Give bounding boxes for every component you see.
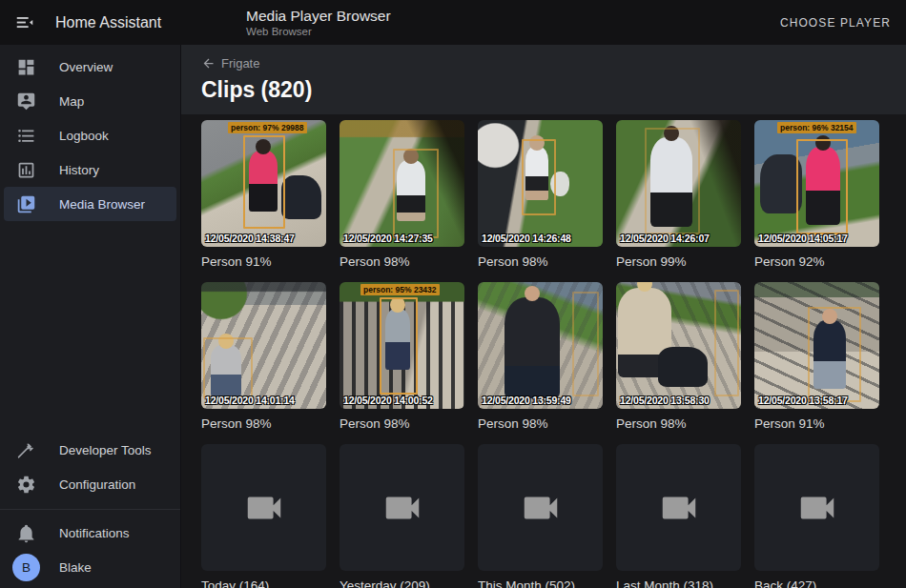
sidebar-item-label: Media Browser [59, 197, 145, 212]
content-header: Frigate Clips (820) [181, 45, 906, 114]
home-assistant-app: Home Assistant Media Player Browser Web … [0, 0, 906, 588]
sidebar-item-label: History [59, 163, 99, 177]
sidebar-bottom-pad [0, 584, 180, 588]
detection-box [380, 297, 418, 395]
arrow-left-icon [201, 56, 216, 71]
clip-thumbnail: 12/05/2020 14:26:07 [616, 120, 741, 247]
person-figure [618, 288, 671, 377]
clip-caption: Person 91% [201, 254, 326, 270]
detection-box [714, 290, 739, 396]
clip-timestamp: 12/05/2020 14:01:14 [205, 395, 295, 406]
clip-caption: Person 98% [478, 416, 603, 432]
sidebar-divider [0, 509, 180, 510]
sidebar-item-history[interactable]: History [4, 152, 176, 187]
clip-thumbnail: 12/05/2020 14:26:48 [478, 120, 603, 247]
detection-box [808, 307, 861, 402]
sidebar-item-label: Logbook [59, 129, 109, 143]
clip-card[interactable]: 12/05/2020 14:26:07 Person 99% [616, 120, 741, 270]
grid-wrap: person: 97% 29988 12/05/2020 14:38:47 Pe… [181, 114, 906, 588]
clip-caption: Person 98% [201, 416, 326, 432]
user-avatar: B [12, 554, 40, 581]
clip-timestamp: 12/05/2020 14:26:48 [482, 233, 571, 244]
clip-timestamp: 12/05/2020 14:05:17 [758, 233, 848, 244]
sidebar-item-label: Notifications [59, 526, 130, 540]
sidebar-item-developer-tools[interactable]: Developer Tools [4, 433, 176, 467]
clip-timestamp: 12/05/2020 14:26:07 [620, 233, 710, 244]
sidebar-spacer [0, 221, 180, 433]
sidebar-item-profile[interactable]: B Blake [4, 550, 176, 584]
clip-timestamp: 12/05/2020 13:59:49 [482, 395, 571, 406]
media-browser-content: Frigate Clips (820) person: 97% 29988 12… [181, 45, 906, 588]
detection-box [243, 135, 285, 229]
person-figure [504, 297, 560, 398]
folder-thumbnail [340, 444, 464, 571]
app-header-left: Home Assistant [0, 10, 181, 35]
map-account-icon [16, 91, 36, 112]
folder-thumbnail [754, 444, 879, 571]
sidebar-item-label: Overview [59, 60, 113, 74]
detection-box [572, 292, 599, 396]
clip-card[interactable]: 12/05/2020 13:59:49 Person 98% [478, 282, 603, 432]
app-body: Overview Map Logbook History [0, 45, 906, 588]
back-link-frigate[interactable]: Frigate [201, 56, 259, 71]
chart-box-icon [16, 160, 36, 180]
sidebar-item-media-browser[interactable]: Media Browser [4, 187, 176, 221]
hammer-icon [16, 440, 36, 460]
detection-box [522, 139, 556, 215]
clip-caption: Person 92% [754, 254, 879, 270]
video-camera-icon [657, 486, 701, 530]
folder-thumbnail [616, 444, 741, 571]
sidebar-item-notifications[interactable]: Notifications [4, 516, 176, 550]
clips-title: Clips (820) [201, 77, 906, 103]
clip-timestamp: 12/05/2020 13:58:30 [620, 395, 710, 406]
view-dashboard-icon [16, 57, 36, 77]
clip-thumbnail: 12/05/2020 14:27:35 [340, 120, 464, 247]
sidebar-item-configuration[interactable]: Configuration [4, 467, 176, 501]
detection-label: person: 95% 23432 [360, 284, 440, 295]
sidebar-item-label: Developer Tools [59, 443, 152, 457]
clip-card[interactable]: 12/05/2020 13:58:30 Person 98% [616, 282, 741, 432]
clip-thumbnail: 12/05/2020 13:58:17 [754, 282, 879, 409]
folder-card[interactable]: Last Month (318) [616, 444, 741, 588]
sidebar-item-logbook[interactable]: Logbook [4, 118, 176, 152]
clip-card[interactable]: person: 96% 32154 12/05/2020 14:05:17 Pe… [754, 120, 879, 270]
clip-timestamp: 12/05/2020 14:38:47 [205, 233, 295, 244]
detection-label: person: 96% 32154 [777, 122, 856, 133]
folder-card[interactable]: Yesterday (209) [340, 444, 464, 588]
sidebar-item-overview[interactable]: Overview [4, 50, 176, 84]
clip-card[interactable]: 12/05/2020 14:27:35 Person 98% [340, 120, 464, 270]
user-name: Blake [59, 560, 92, 575]
clip-thumbnail: person: 95% 23432 12/05/2020 14:00:52 [340, 282, 464, 409]
sidebar-item-label: Configuration [59, 477, 135, 492]
clip-timestamp: 12/05/2020 14:00:52 [343, 395, 433, 406]
choose-player-button[interactable]: CHOOSE PLAYER [780, 16, 891, 30]
clip-timestamp: 12/05/2020 14:27:35 [343, 233, 433, 244]
detection-box [645, 128, 700, 234]
back-link-label: Frigate [221, 56, 259, 71]
clip-card[interactable]: person: 97% 29988 12/05/2020 14:38:47 Pe… [201, 120, 326, 270]
sidebar: Overview Map Logbook History [0, 45, 181, 588]
clip-caption: Person 98% [478, 254, 603, 270]
clip-card[interactable]: 12/05/2020 14:26:48 Person 98% [478, 120, 603, 270]
page-subtitle: Web Browser [246, 25, 391, 38]
sidebar-item-label: Map [59, 94, 84, 109]
folder-thumbnail [478, 444, 603, 571]
clip-card[interactable]: 12/05/2020 14:01:14 Person 98% [201, 282, 326, 432]
clips-grid: person: 97% 29988 12/05/2020 14:38:47 Pe… [201, 120, 906, 588]
clip-card[interactable]: person: 95% 23432 12/05/2020 14:00:52 Pe… [340, 282, 464, 432]
page-title: Media Player Browser [246, 7, 391, 25]
folder-label: This Month (502) [478, 578, 603, 588]
folder-label: Today (164) [201, 578, 326, 588]
folder-card[interactable]: Today (164) [201, 444, 326, 588]
folder-card[interactable]: Back (427) [754, 444, 879, 588]
folder-card[interactable]: This Month (502) [478, 444, 603, 588]
menu-toggle-icon[interactable] [12, 10, 37, 35]
clip-caption: Person 98% [616, 416, 741, 432]
clip-thumbnail: person: 97% 29988 12/05/2020 14:38:47 [201, 120, 326, 247]
clip-caption: Person 99% [616, 254, 741, 270]
clip-thumbnail: 12/05/2020 13:58:30 [616, 282, 741, 409]
clip-card[interactable]: 12/05/2020 13:58:17 Person 91% [754, 282, 879, 432]
clip-caption: Person 98% [340, 416, 464, 432]
sidebar-item-map[interactable]: Map [4, 84, 176, 118]
clip-thumbnail: 12/05/2020 14:01:14 [201, 282, 326, 409]
